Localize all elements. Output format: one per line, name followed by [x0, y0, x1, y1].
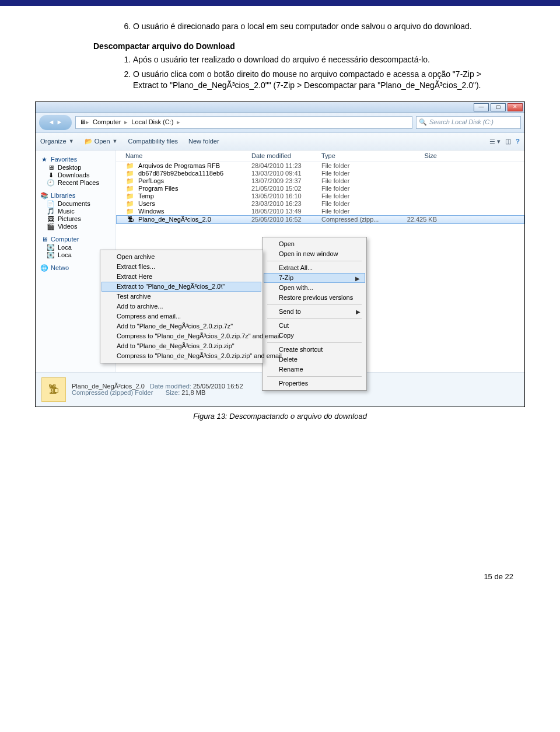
- preview-pane-icon[interactable]: ◫: [505, 138, 511, 145]
- submenu-compress-and-email[interactable]: Compress and email...: [102, 311, 261, 321]
- sidebar-computer-head[interactable]: 🖥Computer: [40, 236, 113, 243]
- file-row[interactable]: 📁Users23/03/2010 16:23File folder: [116, 200, 524, 208]
- menu-7zip[interactable]: 7-Zip▶: [264, 273, 365, 283]
- sidebar-item-recent[interactable]: 🕘Recent Places: [40, 179, 113, 187]
- details-size-label: Size:: [166, 389, 180, 396]
- step-1-text: Após o usuário ter realizado o download …: [133, 54, 502, 65]
- menu-open-with[interactable]: Open with...: [264, 283, 365, 293]
- music-icon: 🎵: [46, 208, 55, 215]
- sidebar-favorites-head[interactable]: ★Favorites: [40, 156, 113, 163]
- step-2-text: O usuário clica com o botão direito do m…: [133, 69, 502, 91]
- submenu-add-to-zip[interactable]: Add to "Plano_de_NegÃ³cios_2.0.zip.zip": [102, 341, 261, 351]
- open-folder-icon: 📂: [85, 138, 93, 145]
- desktop-icon: 🖥: [46, 164, 55, 171]
- network-icon: 🌐: [40, 265, 48, 271]
- file-row[interactable]: 📁Temp13/05/2010 16:10File folder: [116, 192, 524, 200]
- figure-caption: Figura 13: Descompactando o arquivo do d…: [35, 412, 525, 421]
- menu-rename[interactable]: Rename: [264, 365, 365, 374]
- menu-open[interactable]: Open: [264, 239, 365, 249]
- menu-separator: [267, 261, 362, 261]
- sidebar-item-videos[interactable]: 🎬Videos: [40, 223, 113, 230]
- sidebar-item-downloads[interactable]: ⬇Downloads: [40, 171, 113, 179]
- submenu-extract-to-folder[interactable]: Extract to "Plano_de_NegÃ³cios_2.0\": [102, 282, 261, 292]
- submenu-extract-here[interactable]: Extract Here: [102, 272, 261, 282]
- documents-icon: 📄: [46, 201, 55, 207]
- libraries-icon: 📚: [40, 192, 48, 199]
- menu-send-to[interactable]: Send to▶: [264, 307, 365, 317]
- help-icon[interactable]: ?: [516, 138, 520, 145]
- nav-back-forward[interactable]: ◄ ►: [39, 115, 72, 130]
- crumb-disk[interactable]: Local Disk (C:): [128, 119, 177, 125]
- menu-separator: [267, 304, 362, 305]
- file-row[interactable]: 📁PerfLogs13/07/2009 23:37File folder: [116, 177, 524, 185]
- sidebar-item-pictures[interactable]: 🖼Pictures: [40, 215, 113, 223]
- menu-properties[interactable]: Properties: [264, 379, 365, 388]
- col-name[interactable]: Name: [125, 153, 251, 159]
- sidebar-item-music[interactable]: 🎵Music: [40, 208, 113, 215]
- page-top-accent: [0, 0, 560, 6]
- file-row[interactable]: 📁Program Files21/05/2010 15:02File folde…: [116, 185, 524, 192]
- view-icon[interactable]: ☰ ▾: [489, 138, 501, 145]
- file-row[interactable]: 📁Arquivos de Programas RFB28/04/2010 11:…: [116, 162, 524, 170]
- zip-folder-large-icon: 🗜: [41, 377, 66, 402]
- page-number: 15 de 22: [35, 572, 513, 581]
- sidebar-libraries-head[interactable]: 📚Libraries: [40, 192, 113, 199]
- step-6-text: O usuário é direcionado para o local em …: [133, 21, 502, 32]
- sidebar-item-documents[interactable]: 📄Documents: [40, 200, 113, 208]
- window-minimize-button[interactable]: —: [474, 103, 489, 111]
- window-maximize-button[interactable]: ▢: [491, 103, 506, 111]
- menu-separator: [267, 318, 362, 319]
- column-headers[interactable]: Name Date modified Type Size: [116, 150, 524, 162]
- file-row[interactable]: 📁db67d879b92bebdca1118eb613/03/2010 09:4…: [116, 170, 524, 177]
- pictures-icon: 🖼: [46, 216, 55, 222]
- submenu-add-to-archive[interactable]: Add to archive...: [102, 302, 261, 311]
- explorer-window: — ▢ ✕ ◄ ► 🖥 ▸ Computer ▸ Local Disk (C:)…: [35, 101, 525, 407]
- menu-extract-all[interactable]: Extract All...: [264, 263, 365, 273]
- menu-restore-versions[interactable]: Restore previous versions: [264, 293, 365, 303]
- computer-icon: 🖥: [40, 236, 48, 243]
- toolbar-organize[interactable]: Organize▼: [40, 138, 74, 145]
- submenu-compress-7z-email[interactable]: Compress to "Plano_de_NegÃ³cios_2.0.zip.…: [102, 331, 261, 341]
- col-size[interactable]: Size: [391, 153, 444, 159]
- submenu-compress-zip-email[interactable]: Compress to "Plano_de_NegÃ³cios_2.0.zip.…: [102, 351, 261, 361]
- folder-icon: 📁: [125, 170, 135, 177]
- file-row[interactable]: 📁Windows18/05/2010 13:49File folder: [116, 208, 524, 215]
- instruction-block-6: O usuário é direcionado para o local em …: [117, 21, 502, 32]
- col-date[interactable]: Date modified: [251, 153, 321, 159]
- breadcrumb[interactable]: 🖥 ▸ Computer ▸ Local Disk (C:) ▸: [75, 116, 412, 129]
- star-icon: ★: [40, 156, 48, 163]
- instruction-block-steps: Após o usuário ter realizado o download …: [117, 54, 502, 91]
- details-kind: Compressed (zipped) Folder: [72, 389, 153, 396]
- file-row-selected[interactable]: 🗜Plano_de_NegÃ³cios_2.025/05/2010 16:52C…: [116, 215, 524, 224]
- submenu-open-archive[interactable]: Open archive: [102, 252, 261, 262]
- file-listing-panel: Name Date modified Type Size 📁Arquivos d…: [116, 150, 524, 372]
- folder-icon: 📁: [125, 185, 135, 192]
- section-title: Descompactar arquivo do Download: [93, 41, 525, 51]
- folder-icon: 📁: [125, 201, 135, 207]
- search-input[interactable]: 🔍 Search Local Disk (C:): [416, 116, 521, 129]
- sidebar-item-desktop[interactable]: 🖥Desktop: [40, 164, 113, 171]
- computer-icon: 🖥: [79, 119, 86, 125]
- menu-open-new-window[interactable]: Open in new window: [264, 249, 365, 259]
- window-close-button[interactable]: ✕: [508, 103, 523, 111]
- disk-icon: 💽: [46, 252, 55, 258]
- zip-icon: 🗜: [125, 216, 135, 223]
- menu-separator: [267, 376, 362, 377]
- submenu-arrow-icon: ▶: [356, 309, 360, 315]
- col-type[interactable]: Type: [321, 153, 391, 159]
- submenu-test-archive[interactable]: Test archive: [102, 292, 261, 302]
- menu-cut[interactable]: Cut: [264, 321, 365, 331]
- toolbar-open[interactable]: 📂 Open▼: [85, 138, 118, 145]
- toolbar-compat[interactable]: Compatibility files: [128, 138, 178, 145]
- crumb-computer[interactable]: Computer: [89, 119, 124, 125]
- search-icon: 🔍: [419, 119, 427, 125]
- submenu-add-to-7z[interactable]: Add to "Plano_de_NegÃ³cios_2.0.zip.7z": [102, 321, 261, 331]
- videos-icon: 🎬: [46, 223, 55, 230]
- toolbar-new-folder[interactable]: New folder: [188, 138, 219, 145]
- sevenzip-submenu[interactable]: Open archive Extract files... Extract He…: [100, 250, 263, 363]
- submenu-extract-files[interactable]: Extract files...: [102, 262, 261, 272]
- explorer-toolbar: Organize▼ 📂 Open▼ Compatibility files Ne…: [36, 133, 524, 150]
- context-menu[interactable]: Open Open in new window Extract All... 7…: [262, 237, 367, 391]
- details-size-value: 21,8 MB: [181, 389, 205, 396]
- search-placeholder: Search Local Disk (C:): [429, 119, 494, 125]
